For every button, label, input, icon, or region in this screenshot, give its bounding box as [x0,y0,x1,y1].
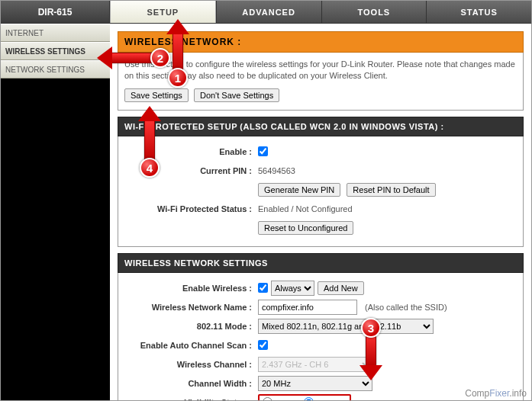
wps-status-value: Enabled / Not Configured [258,204,353,213]
tab-advanced[interactable]: ADVANCED [216,1,321,23]
wns-ssid-hint: (Also called the SSID) [365,303,447,312]
save-settings-button[interactable]: Save Settings [124,88,189,102]
wns-channel-select[interactable]: 2.437 GHz - CH 6 [258,357,372,372]
section-heading-wns: WIRELESS NETWORK SETTINGS [118,253,524,273]
wns-ssid-label: Wireless Network Name : [124,303,258,312]
model-label: DIR-615 [1,1,110,23]
wps-status-label: Wi-Fi Protected Status : [124,204,258,213]
panel-heading-wireless-network: WIRELESS NETWORK : [118,31,524,53]
sidebar: INTERNET WIRELESS SETTINGS NETWORK SETTI… [1,24,110,400]
wps-enable-checkbox[interactable] [258,146,268,156]
wps-enable-label: Enable : [124,147,258,156]
visibility-highlight-box: Visible Invisible [258,394,351,400]
wps-pin-label: Current PIN : [124,166,258,175]
wns-channel-label: Wireless Channel : [124,360,258,369]
section-heading-wps: WI-FI PROTECTED SETUP (ALSO CALLED WCN 2… [118,117,524,136]
reset-unconfigured-button[interactable]: Reset to Unconfigured [258,221,353,235]
reset-pin-default-button[interactable]: Reset PIN to Default [347,183,435,197]
wns-enable-label: Enable Wireless : [124,284,258,293]
wns-width-label: Channel Width : [124,379,258,388]
wps-pin-value: 56494563 [258,166,295,175]
visibility-invisible-label: Invisible [316,399,347,400]
intro-text: Use this section to configure the wirele… [124,59,517,82]
dont-save-settings-button[interactable]: Don't Save Settings [194,88,279,102]
tab-tools[interactable]: TOOLS [321,1,427,23]
main-content: WIRELESS NETWORK : Use this section to c… [110,24,531,400]
wns-ssid-input[interactable] [258,300,357,315]
watermark: CompFixer.info [465,388,527,399]
section-body-wns: Enable Wireless : Always Add New Wireles… [118,273,524,400]
wns-width-select[interactable]: 20 MHz [258,376,372,391]
wns-enable-select[interactable]: Always [271,281,314,296]
wns-visibility-label: Visibility Status : [124,398,258,400]
wns-add-new-button[interactable]: Add New [318,281,364,295]
sidebar-item-internet[interactable]: INTERNET [1,24,110,42]
visibility-visible-label: Visible [275,399,299,400]
sidebar-item-wireless-settings[interactable]: WIRELESS SETTINGS [1,42,110,60]
visibility-visible-option[interactable]: Visible [263,397,299,400]
generate-new-pin-button[interactable]: Generate New PIN [258,183,340,197]
panel-body-intro: Use this section to configure the wirele… [118,53,524,111]
wns-autochan-label: Enable Auto Channel Scan : [124,341,258,350]
wns-enable-checkbox[interactable] [258,283,268,293]
section-body-wps: Enable : Current PIN : 56494563 Generate… [118,136,524,247]
wns-autochan-checkbox[interactable] [258,340,268,350]
wns-mode-label: 802.11 Mode : [124,322,258,331]
sidebar-item-network-settings[interactable]: NETWORK SETTINGS [1,60,110,79]
wns-mode-select[interactable]: Mixed 802.11n, 802.11g and 802.11b [258,319,434,334]
visibility-invisible-option[interactable]: Invisible [304,397,347,400]
tab-status[interactable]: STATUS [426,1,531,23]
tab-setup[interactable]: SETUP [110,1,216,23]
